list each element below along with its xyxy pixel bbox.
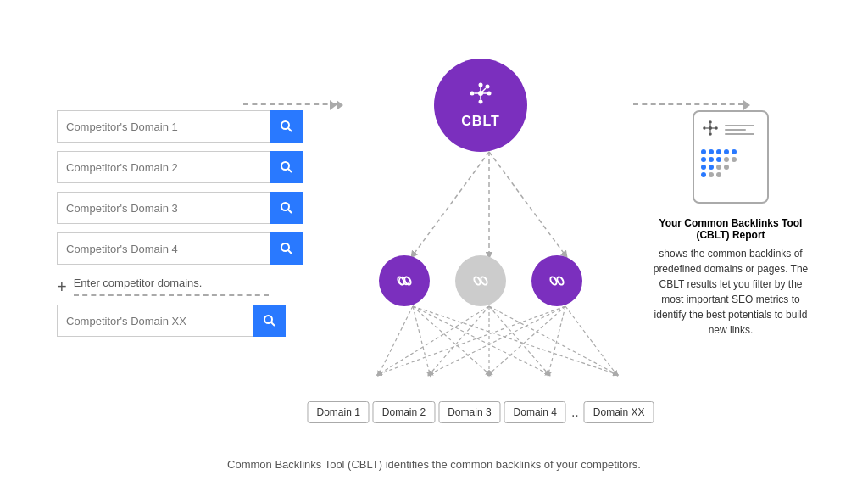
chain-icon-left	[392, 269, 416, 293]
svg-line-7	[288, 250, 292, 254]
enter-domains-text: Enter competitor domains.	[74, 277, 269, 289]
cblt-network-icon	[468, 81, 493, 112]
svg-line-28	[413, 306, 616, 374]
bottom-caption: Common Backlinks Tool (CBLT) identifies …	[0, 458, 868, 471]
report-icon-box	[693, 110, 769, 204]
dot	[709, 165, 714, 170]
input-row-xx	[57, 305, 286, 337]
dot	[701, 149, 706, 154]
dot	[716, 172, 721, 177]
domain-input-2[interactable]	[57, 151, 270, 183]
svg-point-49	[703, 126, 706, 130]
svg-line-24	[379, 306, 413, 374]
dot	[709, 172, 714, 177]
svg-line-26	[413, 306, 489, 374]
svg-point-41	[473, 276, 481, 286]
dot	[701, 172, 706, 177]
input-row-4	[57, 232, 303, 265]
bottom-domains: Domain 1 Domain 2 Domain 3 Domain 4 .. D…	[307, 401, 654, 423]
chain-circle-left	[379, 255, 430, 306]
svg-line-23	[489, 152, 565, 255]
search-icon	[280, 201, 293, 215]
report-text: shows the common backlinks of predefined…	[650, 246, 811, 338]
svg-point-0	[281, 121, 289, 129]
dot-row-2	[701, 157, 760, 162]
domain-input-xx[interactable]	[57, 305, 253, 337]
chain-icon-center	[469, 269, 492, 293]
svg-line-37	[548, 306, 565, 374]
report-lines	[725, 119, 754, 141]
svg-line-30	[430, 306, 489, 374]
search-icon	[263, 314, 276, 327]
svg-point-8	[264, 316, 272, 323]
domain-box-3: Domain 3	[438, 401, 500, 423]
dots-separator: ..	[571, 405, 579, 420]
report-line-1	[725, 125, 754, 126]
search-icon	[280, 120, 293, 133]
page-wrapper: + Enter competitor domains.	[0, 0, 868, 481]
search-button-xx[interactable]	[253, 305, 286, 337]
svg-point-2	[281, 162, 289, 170]
svg-line-34	[379, 306, 565, 374]
dot	[732, 157, 737, 162]
main-content: + Enter competitor domains.	[0, 0, 868, 481]
report-icon-top	[701, 119, 760, 141]
dot	[724, 165, 729, 170]
center-panel: CBLT	[328, 42, 633, 432]
left-panel: + Enter competitor domains.	[57, 110, 303, 337]
search-button-2[interactable]	[270, 151, 303, 183]
chain-icon-right	[545, 269, 569, 293]
svg-point-14	[470, 92, 475, 96]
svg-line-27	[413, 306, 548, 374]
input-row-1	[57, 110, 303, 143]
svg-point-4	[281, 203, 289, 210]
dot-row-1	[701, 149, 760, 154]
domain-box-4: Domain 4	[504, 401, 566, 423]
svg-point-42	[480, 276, 488, 286]
svg-line-36	[489, 306, 565, 374]
dot-row-3	[701, 165, 760, 170]
search-button-1[interactable]	[270, 110, 303, 143]
search-icon	[280, 160, 293, 174]
right-panel: Your Common Backlinks Tool (CBLT) Report…	[650, 110, 811, 338]
svg-line-1	[288, 128, 292, 131]
svg-line-21	[413, 152, 489, 255]
search-button-3[interactable]	[270, 192, 303, 224]
svg-point-12	[487, 92, 492, 96]
svg-point-43	[549, 276, 558, 286]
add-text-block: Enter competitor domains.	[74, 277, 269, 296]
svg-line-35	[430, 306, 565, 374]
arrow-cblt-to-report	[633, 103, 743, 105]
domain-input-1[interactable]	[57, 110, 270, 143]
domain-input-3[interactable]	[57, 192, 270, 224]
domain-box-xx: Domain XX	[584, 401, 654, 423]
chain-circle-center	[455, 255, 506, 306]
dot	[709, 157, 714, 162]
svg-point-15	[486, 85, 490, 89]
chain-circle-right	[531, 255, 582, 306]
report-line-2	[725, 129, 746, 131]
svg-line-38	[565, 306, 616, 374]
plus-icon[interactable]: +	[57, 278, 67, 295]
svg-line-32	[489, 306, 548, 374]
domain-box-2: Domain 2	[373, 401, 435, 423]
dot-grid	[701, 149, 760, 177]
svg-point-13	[479, 100, 483, 104]
svg-line-25	[413, 306, 430, 374]
svg-line-3	[288, 169, 292, 172]
add-more-section: + Enter competitor domains.	[57, 277, 303, 296]
svg-point-48	[709, 132, 712, 136]
hub-icon	[468, 81, 493, 106]
svg-point-44	[556, 276, 565, 286]
svg-line-33	[489, 306, 616, 374]
domain-input-4[interactable]	[57, 232, 270, 265]
input-row-2	[57, 151, 303, 183]
caption-text: Common Backlinks Tool (CBLT) identifies …	[227, 458, 641, 471]
svg-line-20	[481, 88, 486, 93]
dot-row-4	[701, 172, 760, 177]
dot	[716, 149, 721, 154]
search-button-4[interactable]	[270, 232, 303, 265]
dot	[709, 149, 714, 154]
dot	[716, 165, 721, 170]
cblt-label: CBLT	[461, 114, 499, 129]
